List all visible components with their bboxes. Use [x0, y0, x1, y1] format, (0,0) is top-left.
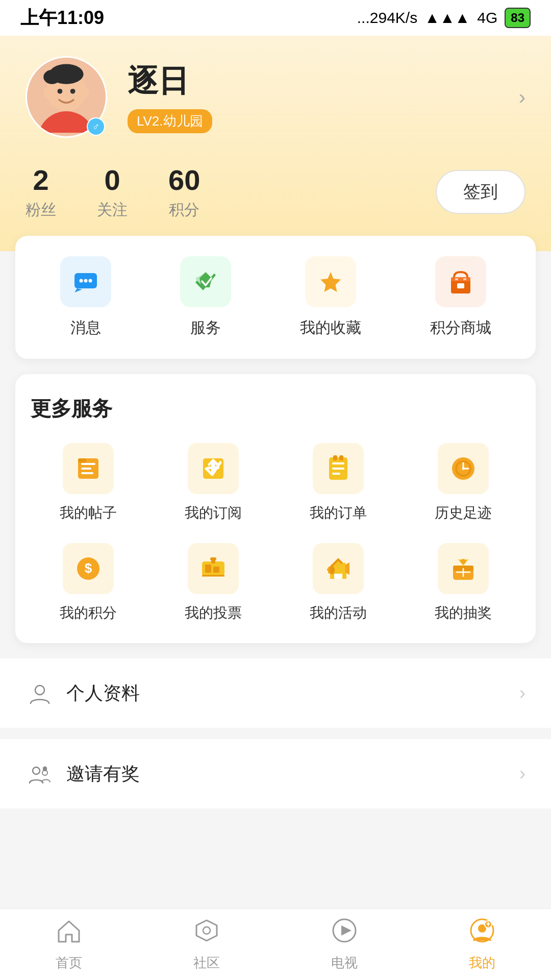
action-service[interactable]: 服务 [180, 256, 231, 338]
svg-point-39 [462, 468, 464, 470]
more-services-card: 更多服务 我的帖子 [15, 374, 536, 643]
service-lottery[interactable]: 我的抽奖 [406, 543, 520, 623]
menu-section-2: 邀请有奖 › [0, 739, 551, 808]
avatar-wrap[interactable]: ♂ [26, 56, 107, 138]
profile-menu-item[interactable]: 个人资料 › [0, 658, 551, 728]
msg-label: 消息 [70, 317, 101, 338]
svg-point-0 [38, 111, 95, 133]
orders-label: 我的订单 [310, 503, 367, 523]
mypoints-label: 我的积分 [60, 603, 117, 623]
service-vote[interactable]: 我的投票 [156, 543, 270, 623]
shop-icon [435, 256, 486, 307]
service-subscribe[interactable]: 我的订阅 [156, 443, 270, 523]
svg-point-51 [330, 566, 335, 574]
mypoints-icon: $ [63, 543, 114, 594]
service-label: 服务 [190, 317, 221, 338]
nav-community[interactable]: 社区 [138, 917, 276, 972]
community-icon [193, 917, 220, 950]
subscribe-icon [188, 443, 239, 494]
svg-rect-44 [205, 565, 211, 573]
nav-community-label: 社区 [193, 954, 220, 972]
lottery-label: 我的抽奖 [435, 603, 492, 623]
following-label: 关注 [97, 200, 128, 220]
service-orders[interactable]: 我的订单 [281, 443, 395, 523]
status-right: ...294K/s ▲▲▲ 4G 83 [357, 8, 531, 28]
services-grid: 我的帖子 我的订阅 [31, 443, 520, 623]
nav-home[interactable]: 首页 [0, 917, 138, 972]
svg-point-54 [461, 559, 466, 564]
profile-menu-text: 个人资料 [66, 681, 519, 706]
fans-stat[interactable]: 2 粉丝 [26, 163, 56, 220]
status-time: 上午11:09 [20, 6, 104, 31]
svg-point-10 [84, 279, 87, 283]
service-mypoints[interactable]: $ 我的积分 [31, 543, 145, 623]
svg-point-58 [33, 767, 40, 774]
action-fav[interactable]: 我的收藏 [300, 256, 361, 338]
network-type: 4G [477, 9, 497, 27]
msg-icon [60, 256, 111, 307]
nav-tv-label: 电视 [331, 954, 358, 972]
vote-label: 我的投票 [185, 603, 242, 623]
signal-bars: ▲▲▲ [424, 9, 470, 27]
lottery-icon [438, 543, 489, 594]
services-title: 更多服务 [31, 395, 520, 423]
profile-arrow[interactable]: › [519, 86, 525, 109]
invite-menu-arrow: › [519, 763, 525, 785]
svg-point-4 [58, 89, 63, 94]
battery-icon: 83 [505, 8, 531, 28]
signal-text: ...294K/s [357, 9, 417, 27]
profile-menu-icon [26, 679, 54, 707]
svg-rect-15 [455, 278, 458, 280]
svg-point-61 [203, 927, 210, 934]
tv-icon [331, 917, 358, 950]
svg-point-7 [82, 88, 89, 98]
svg-rect-31 [332, 473, 340, 475]
history-label: 历史足迹 [435, 503, 492, 523]
menu-section: 个人资料 › [0, 658, 551, 728]
points-label: 积分 [168, 200, 200, 220]
svg-rect-27 [211, 462, 215, 473]
svg-rect-19 [81, 468, 91, 470]
service-activity[interactable]: 我的活动 [281, 543, 395, 623]
svg-rect-21 [78, 458, 86, 462]
following-count: 0 [97, 163, 128, 197]
status-bar: 上午11:09 ...294K/s ▲▲▲ 4G 83 [0, 0, 551, 36]
service-posts[interactable]: 我的帖子 [31, 443, 145, 523]
nav-mine-label: 我的 [469, 954, 495, 972]
shop-label: 积分商城 [430, 317, 491, 338]
posts-icon [63, 443, 114, 494]
invite-menu-text: 邀请有奖 [66, 762, 519, 787]
svg-rect-16 [463, 278, 466, 280]
fans-label: 粉丝 [26, 200, 56, 220]
following-stat[interactable]: 0 关注 [97, 163, 128, 220]
svg-rect-32 [333, 455, 337, 460]
nav-mine[interactable]: 我的 [413, 917, 551, 972]
level-badge: LV2.幼儿园 [128, 109, 212, 133]
subscribe-label: 我的订阅 [185, 503, 242, 523]
svg-point-57 [35, 685, 44, 695]
profile-top: ♂ 逐日 LV2.幼儿园 › [26, 56, 525, 138]
svg-rect-48 [210, 557, 216, 560]
vote-icon [188, 543, 239, 594]
svg-rect-18 [81, 463, 95, 465]
service-history[interactable]: 历史足迹 [406, 443, 520, 523]
svg-rect-33 [339, 455, 343, 460]
svg-rect-30 [332, 468, 344, 470]
points-count: 60 [168, 163, 200, 197]
points-stat[interactable]: 60 积分 [168, 163, 200, 220]
fav-label: 我的收藏 [300, 317, 361, 338]
activity-label: 我的活动 [310, 603, 367, 623]
profile-header: ♂ 逐日 LV2.幼儿园 › 2 粉丝 0 关注 60 积分 签到 [0, 36, 551, 251]
action-msg[interactable]: 消息 [60, 256, 111, 338]
nav-tv[interactable]: 电视 [276, 917, 413, 972]
svg-point-5 [70, 89, 76, 94]
home-icon [56, 917, 82, 950]
action-shop[interactable]: 积分商城 [430, 256, 491, 338]
svg-text:$: $ [84, 560, 92, 576]
svg-rect-14 [451, 277, 470, 281]
profile-menu-arrow: › [519, 682, 525, 704]
invite-menu-item[interactable]: 邀请有奖 › [0, 739, 551, 808]
checkin-button[interactable]: 签到 [436, 170, 525, 214]
svg-point-9 [79, 279, 83, 283]
profile-name: 逐日 [128, 61, 519, 102]
